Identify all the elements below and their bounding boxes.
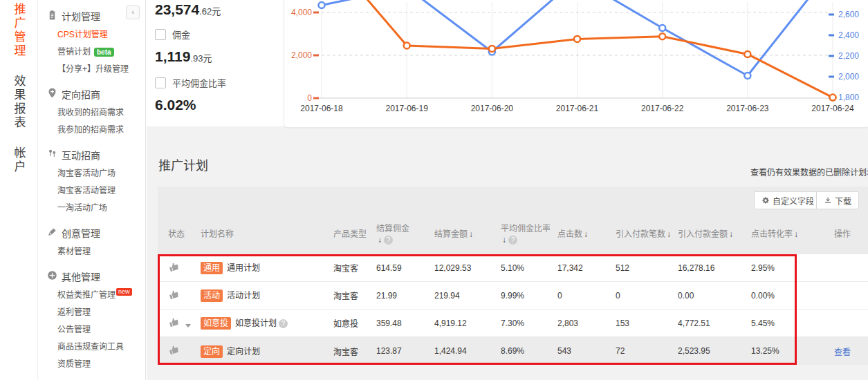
view-link[interactable]: 查看: [827, 348, 851, 357]
sidebar: ‹ 计划管理CPS计划管理营销计划beta【分享+】升级管理定向招商我收到的招商…: [38, 0, 146, 380]
svg-text:2017-06-19: 2017-06-19: [385, 104, 428, 113]
column-header-settle_amount[interactable]: 结算金额↓: [434, 229, 501, 240]
cell-settle_commission: 359.48: [376, 319, 434, 328]
sort-arrow[interactable]: ↓: [794, 229, 798, 239]
new-badge: new: [116, 288, 132, 296]
table-toolbar: 自定义字段 下载: [158, 187, 868, 214]
sidebar-item-淘宝客活动广场[interactable]: 淘宝客活动广场: [38, 165, 145, 182]
cell-product: 淘宝客: [333, 345, 376, 357]
sort-arrow[interactable]: ↓: [667, 229, 671, 239]
sidebar-group-label: 定向招商: [62, 87, 100, 101]
cell-pay_amount: 2,523.95: [678, 346, 751, 356]
sidebar-group-header-2[interactable]: 互动招商: [38, 144, 145, 165]
sidebar-item-淘宝客活动管理[interactable]: 淘宝客活动管理: [38, 182, 145, 200]
plan-type-badge: 活动: [201, 289, 223, 302]
svg-text:2017-06-23: 2017-06-23: [726, 104, 769, 113]
cell-avg_rate: 7.30%: [501, 319, 557, 328]
cell-status: [168, 344, 201, 358]
table-body: 通用通用计划淘宝客614.5912,029.535.10%17,34251216…: [158, 254, 868, 365]
status-thumb-icon[interactable]: [168, 289, 180, 301]
section-title: 推广计划: [158, 155, 208, 173]
table-header-row: 状态计划名称产品类型结算佣金↓?结算金额↓平均佣金比率↓?点击数↓引入付款笔数↓…: [158, 214, 868, 254]
sidebar-item-CPS计划管理[interactable]: CPS计划管理: [38, 26, 145, 44]
table-row: 定向定向计划淘宝客123.871,424.948.69%543722,523.9…: [158, 337, 868, 365]
cell-product: 如意投: [333, 317, 376, 329]
svg-text:2,000: 2,000: [838, 72, 859, 82]
plan-name[interactable]: 活动计划: [227, 291, 260, 301]
sort-arrow[interactable]: ↓: [378, 235, 382, 245]
sort-arrow[interactable]: ↓: [469, 229, 473, 239]
cell-action: 查看: [827, 345, 868, 357]
cell-settle_commission: 21.99: [376, 291, 434, 301]
svg-text:2017-06-18: 2017-06-18: [300, 104, 343, 113]
commission-checkbox[interactable]: [155, 29, 166, 40]
chevron-down-icon[interactable]: [185, 324, 191, 327]
sidebar-groups: 计划管理CPS计划管理营销计划beta【分享+】升级管理定向招商我收到的招商需求…: [38, 6, 145, 373]
vnav-item-效果报表[interactable]: 效果报表: [10, 75, 28, 130]
sidebar-item-公告管理[interactable]: 公告管理: [38, 321, 145, 339]
cell-ctr: 13.25%: [751, 346, 827, 356]
sidebar-item-返利管理[interactable]: 返利管理: [38, 304, 145, 321]
column-header-avg_rate[interactable]: 平均佣金比率↓?: [501, 223, 557, 245]
status-thumb-icon[interactable]: [168, 261, 180, 273]
sidebar-group-4: 其他管理权益类推广管理new返利管理公告管理商品违规查询工具资质管理: [38, 266, 145, 373]
cell-name: 如意投如意投计划?: [201, 316, 333, 330]
cps-plan-management-page: { "left_nav": { "items": [ {"label": "推广…: [0, 0, 868, 380]
plan-name[interactable]: 如意投计划: [235, 319, 277, 328]
cell-status: [168, 261, 201, 275]
cell-status: [168, 316, 201, 330]
sidebar-item-素材管理[interactable]: 素材管理: [38, 243, 145, 260]
commission-value: 1,119.93元: [155, 48, 279, 65]
sidebar-group-header-4[interactable]: 其他管理: [38, 266, 145, 287]
avg-rate-checkbox[interactable]: [155, 77, 166, 88]
sidebar-group-header-3[interactable]: 创意管理: [38, 222, 145, 243]
help-icon[interactable]: ?: [508, 236, 517, 245]
plan-name[interactable]: 通用计划: [227, 263, 260, 273]
sort-arrow[interactable]: ↓: [584, 229, 588, 239]
cell-settle_commission: 614.59: [376, 263, 434, 273]
cell-settle_amount: 1,424.94: [434, 346, 501, 356]
plan-type-badge: 通用: [201, 262, 223, 274]
cell-pay_count: 512: [616, 263, 678, 273]
column-header-pay_amount[interactable]: 引入付款金额↓: [678, 229, 751, 240]
sidebar-item-商品违规查询工具[interactable]: 商品违规查询工具: [38, 339, 145, 356]
cell-product: 淘宝客: [333, 262, 376, 274]
download-button[interactable]: 下载: [816, 191, 859, 209]
trend-chart-card: 02,0004,0002,6002,4002,2002,0001,8002017…: [284, 0, 868, 128]
sidebar-group-header-1[interactable]: 定向招商: [38, 84, 145, 104]
column-header-pay_count[interactable]: 引入付款笔数↓: [616, 229, 678, 240]
primary-vertical-nav: 推广管理效果报表帐户: [0, 0, 38, 380]
status-thumb-icon[interactable]: [168, 316, 180, 328]
sidebar-item-营销计划[interactable]: 营销计划beta: [38, 44, 145, 61]
sort-arrow[interactable]: ↓: [729, 229, 733, 239]
sidebar-collapse-button[interactable]: ‹: [126, 6, 140, 19]
customize-fields-button[interactable]: 自定义字段: [754, 191, 822, 209]
sidebar-item-我参加的招商需求[interactable]: 我参加的招商需求: [38, 122, 145, 139]
status-thumb-icon[interactable]: [168, 344, 180, 356]
plan-name[interactable]: 定向计划: [227, 347, 260, 357]
sidebar-item-一淘活动广场[interactable]: 一淘活动广场: [38, 200, 145, 217]
help-icon[interactable]: ?: [384, 236, 393, 245]
sidebar-group-3: 创意管理素材管理: [38, 222, 145, 260]
sidebar-group-2: 互动招商淘宝客活动广场淘宝客活动管理一淘活动广场: [38, 144, 145, 217]
top-panel: 23,574.62元 佣金 1,119.93元 平均佣金比率 6.02% 02,…: [147, 0, 868, 126]
svg-text:2,000: 2,000: [291, 50, 312, 60]
deleted-plans-link[interactable]: 查看仍有效果数据的已删除计划>>: [750, 166, 868, 178]
commission-label: 佣金: [172, 28, 190, 41]
vnav-item-推广管理[interactable]: 推广管理: [10, 3, 28, 58]
svg-text:2017-06-20: 2017-06-20: [471, 104, 514, 113]
sidebar-item-权益类推广管理[interactable]: 权益类推广管理new: [38, 287, 145, 304]
column-header-clicks[interactable]: 点击数↓: [557, 229, 616, 240]
sort-arrow[interactable]: ↓: [502, 235, 506, 245]
vnav-item-帐户[interactable]: 帐户: [10, 146, 28, 174]
svg-text:0: 0: [307, 93, 312, 103]
column-header-ctr[interactable]: 点击转化率↓: [751, 229, 827, 240]
sidebar-group-label: 创意管理: [62, 226, 100, 240]
help-icon[interactable]: ?: [279, 319, 288, 328]
column-header-settle_commission[interactable]: 结算佣金↓?: [376, 223, 434, 245]
svg-text:4,000: 4,000: [291, 8, 312, 17]
cell-name: 定向定向计划: [201, 345, 333, 358]
sidebar-item-资质管理[interactable]: 资质管理: [38, 356, 145, 373]
sidebar-item-我收到的招商需求[interactable]: 我收到的招商需求: [38, 104, 145, 122]
sidebar-item-【分享+】升级管理[interactable]: 【分享+】升级管理: [38, 61, 145, 78]
